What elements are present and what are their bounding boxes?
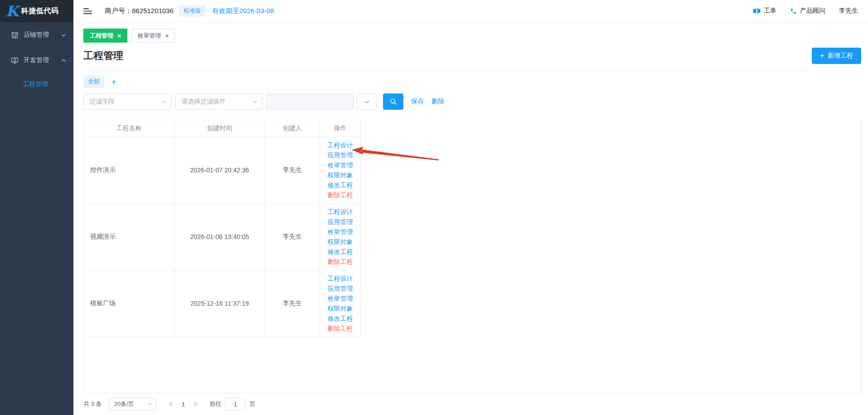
phone-icon [790, 8, 797, 15]
filter-row: 过滤字段 请选择过滤操作 [83, 93, 861, 110]
filter-field-placeholder: 过滤字段 [89, 98, 115, 106]
save-filter-link[interactable]: 保存 [411, 98, 424, 106]
filter-operation-placeholder: 请选择过滤操作 [181, 98, 226, 106]
chevron-down-icon [161, 100, 166, 103]
delete-filter-link[interactable]: 删除 [432, 98, 444, 106]
sidebar-subitem-label: 工程管理 [23, 80, 48, 88]
add-filter-tag-icon[interactable]: + [111, 77, 116, 87]
action-permission-object[interactable]: 权限对象 [328, 237, 353, 247]
action-delete-project[interactable]: 删除工程 [328, 190, 353, 200]
section-divider [83, 70, 861, 71]
page-number-1[interactable]: 1 [177, 401, 189, 408]
page-suffix-label: 页 [249, 400, 255, 408]
column-header-creator: 创建人 [265, 120, 320, 137]
filter-operation-select[interactable]: 请选择过滤操作 [175, 93, 262, 110]
action-project-design[interactable]: 工程设计 [328, 207, 353, 217]
collapse-menu-icon[interactable] [83, 8, 92, 15]
validity-text: 有效期至2026-03-08 [212, 7, 274, 15]
logo-k-icon: K [6, 4, 19, 19]
action-delete-project[interactable]: 删除工程 [328, 257, 353, 267]
tab-label: 枚举管理 [137, 32, 161, 40]
filter-extra-select[interactable] [357, 93, 377, 110]
sidebar: K 科捷低代码 店铺管理 [0, 0, 73, 415]
cell-created-time: 2026-01-06 13:40:05 [175, 204, 265, 270]
filter-value-input[interactable] [266, 93, 354, 110]
action-edit-project[interactable]: 修改工程 [328, 313, 353, 323]
action-enum-management[interactable]: 枚举管理 [328, 227, 353, 237]
close-icon[interactable]: × [165, 33, 169, 39]
table-container: 工程名称 创建时间 创建人 操作 控件演示 2026-01-07 20:42:3… [83, 120, 861, 393]
chevron-left-icon [169, 402, 173, 407]
cell-actions: 工程设计 应用管理 枚举管理 权限对象 修改工程 删除工程 [320, 137, 361, 204]
chevron-up-icon [61, 59, 66, 62]
cell-creator: 李先生 [265, 204, 320, 270]
prev-page-button[interactable] [165, 398, 177, 410]
consultant-link[interactable]: 产品顾问 [790, 7, 825, 15]
sidebar-item-shop[interactable]: 店铺管理 [0, 22, 73, 48]
cell-creator: 李先生 [265, 270, 320, 337]
topbar-right: 工单 产品顾问 李先生 [739, 7, 858, 15]
action-delete-project[interactable]: 删除工程 [328, 323, 353, 333]
filter-tag-row: 全部 + [83, 75, 861, 88]
title-row: 工程管理 + 新增工程 [83, 48, 861, 64]
pagination: 共 3 条 20条/页 1 前 [83, 393, 861, 415]
tab-project-management[interactable]: 工程管理 × [83, 29, 127, 43]
monitor-icon [11, 57, 19, 64]
search-icon [390, 98, 397, 105]
shop-icon [11, 31, 19, 39]
tab-enum-management[interactable]: 枚举管理 × [131, 29, 175, 43]
chevron-right-icon [194, 402, 197, 407]
goto-page-input[interactable] [225, 398, 245, 410]
action-app-management[interactable]: 应用管理 [328, 150, 353, 160]
project-table: 工程名称 创建时间 创建人 操作 控件演示 2026-01-07 20:42:3… [84, 120, 361, 337]
action-app-management[interactable]: 应用管理 [328, 217, 353, 227]
tab-label: 工程管理 [90, 32, 113, 40]
user-menu[interactable]: 李先生 [839, 7, 858, 15]
cell-project-name: 视频演示 [84, 204, 175, 270]
brand-name: 科捷低代码 [21, 6, 59, 16]
table-row: 模板广场 2025-12-16 11:37:19 李先生 工程设计 应用管理 枚… [84, 270, 361, 337]
cell-created-time: 2025-12-16 11:37:19 [175, 270, 265, 337]
sidebar-item-label: 店铺管理 [24, 31, 61, 39]
add-project-label: 新增工程 [828, 52, 853, 60]
action-edit-project[interactable]: 修改工程 [328, 247, 353, 257]
table-header-row: 工程名称 创建时间 创建人 操作 [84, 120, 361, 137]
edition-badge: 标准版 [179, 5, 206, 17]
action-edit-project[interactable]: 修改工程 [328, 180, 353, 190]
user-name: 李先生 [839, 7, 858, 15]
cell-actions: 工程设计 应用管理 枚举管理 权限对象 修改工程 删除工程 [320, 270, 361, 337]
next-page-button[interactable] [189, 398, 201, 410]
brand-logo: K 科捷低代码 [0, 0, 73, 22]
chevron-down-icon [61, 34, 66, 37]
action-permission-object[interactable]: 权限对象 [328, 303, 353, 313]
tab-bar: 工程管理 × 枚举管理 × [83, 29, 861, 43]
main-area: 商户号：86251201036 标准版 有效期至2026-03-08 工单 [73, 0, 868, 415]
search-button[interactable] [383, 93, 403, 110]
add-project-button[interactable]: + 新增工程 [812, 48, 861, 64]
filter-field-select[interactable]: 过滤字段 [83, 93, 171, 110]
sidebar-menu: 店铺管理 开发管理 [0, 22, 73, 96]
sidebar-item-label: 开发管理 [24, 56, 61, 64]
cell-actions: 工程设计 应用管理 枚举管理 权限对象 修改工程 删除工程 [320, 204, 361, 270]
action-project-design[interactable]: 工程设计 [328, 140, 353, 150]
consultant-label: 产品顾问 [800, 7, 825, 15]
action-enum-management[interactable]: 枚举管理 [328, 293, 353, 303]
work-order-icon [753, 8, 761, 14]
chevron-down-icon [147, 403, 152, 405]
pagination-total: 共 3 条 [83, 400, 102, 408]
action-permission-object[interactable]: 权限对象 [328, 170, 353, 180]
action-app-management[interactable]: 应用管理 [328, 283, 353, 293]
close-icon[interactable]: × [117, 33, 121, 39]
cell-project-name: 控件演示 [84, 137, 175, 204]
chevron-down-icon [364, 100, 369, 103]
chevron-down-icon [252, 100, 257, 103]
sidebar-item-dev[interactable]: 开发管理 [0, 48, 73, 73]
filter-tag-all[interactable]: 全部 [83, 75, 104, 88]
action-enum-management[interactable]: 枚举管理 [328, 160, 353, 170]
sidebar-item-project-management[interactable]: 工程管理 [0, 73, 73, 96]
action-project-design[interactable]: 工程设计 [328, 273, 353, 283]
column-header-name: 工程名称 [84, 120, 175, 137]
work-order-link[interactable]: 工单 [753, 7, 776, 15]
topbar: 商户号：86251201036 标准版 有效期至2026-03-08 工单 [73, 0, 868, 22]
page-size-select[interactable]: 20条/页 [109, 398, 156, 410]
